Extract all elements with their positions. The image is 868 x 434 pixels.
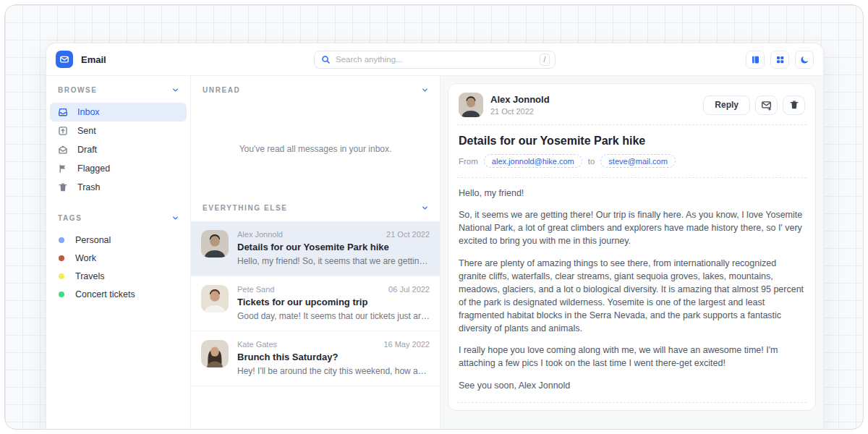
browse-label: BROWSE xyxy=(58,86,98,94)
detail-actions: Reply xyxy=(703,95,805,115)
email-preview: Hello, my friend! So, it seems that we a… xyxy=(237,256,430,266)
email-detail-panel: Alex Jonnold 21 Oct 2022 Reply xyxy=(441,76,823,429)
apps-grid-button[interactable] xyxy=(770,51,789,69)
folder-nav: Inbox Sent Draft xyxy=(46,103,190,197)
email-list-item[interactable]: Kate Gates 16 May 2022 Brunch this Satur… xyxy=(191,331,440,386)
unread-empty-message: You've read all messages in your inbox. xyxy=(191,94,440,204)
body-paragraph: So, it seems we are getting there! Our t… xyxy=(459,208,805,247)
sidebar-item-inbox[interactable]: Inbox xyxy=(50,103,187,122)
tag-label: Personal xyxy=(75,235,111,245)
tag-color-dot xyxy=(59,255,64,261)
apps-grid-icon xyxy=(775,55,785,64)
chevron-down-icon xyxy=(171,86,179,94)
avatar xyxy=(459,93,483,117)
email-app-window: Email Search anything... / xyxy=(46,43,824,429)
detail-header: Alex Jonnold 21 Oct 2022 Reply xyxy=(457,91,807,124)
tag-item-work[interactable]: Work xyxy=(50,249,187,267)
tag-color-dot xyxy=(59,273,64,279)
trash-icon xyxy=(58,182,68,192)
tag-label: Work xyxy=(75,253,96,263)
dark-mode-moon-icon xyxy=(800,55,809,64)
unread-section-header[interactable]: UNREAD xyxy=(191,86,440,94)
tags-label: TAGS xyxy=(58,214,82,222)
tag-item-travels[interactable]: Travels xyxy=(50,267,187,285)
sidebar-item-label: Inbox xyxy=(77,107,100,117)
app-logo xyxy=(56,51,73,68)
tag-item-concert-tickets[interactable]: Concert tickets xyxy=(50,285,187,303)
tags-section-header[interactable]: TAGS xyxy=(46,214,190,222)
flag-icon xyxy=(58,163,68,174)
email-preview: Hey! I'll be around the city this weeken… xyxy=(237,366,430,376)
everything-else-section-header[interactable]: EVERYTHING ELSE xyxy=(191,204,440,212)
tag-label: Travels xyxy=(75,271,105,281)
tag-item-personal[interactable]: Personal xyxy=(50,231,187,249)
chevron-down-icon xyxy=(421,86,429,94)
divider xyxy=(457,124,807,125)
to-email-pill[interactable]: steve@mail.com xyxy=(600,154,675,168)
divider xyxy=(457,402,807,403)
email-list-item[interactable]: Pete Sand 06 Jul 2022 Tickets for our up… xyxy=(191,276,440,331)
body-paragraph: I really hope you love coming along with… xyxy=(459,344,805,370)
tag-color-dot xyxy=(59,292,64,297)
detail-subject: Details for our Yosemite Park hike xyxy=(459,135,805,148)
detail-sender-name: Alex Jonnold xyxy=(490,94,550,105)
sidebar-item-sent[interactable]: Sent xyxy=(50,122,187,140)
detail-date: 21 Oct 2022 xyxy=(490,107,550,116)
search-icon xyxy=(321,55,331,64)
sidebar: BROWSE Inbox xyxy=(46,76,191,429)
email-sender: Kate Gates xyxy=(237,340,277,349)
search-input[interactable]: Search anything... / xyxy=(314,51,556,69)
browse-section-header[interactable]: BROWSE xyxy=(46,86,190,94)
email-sender: Alex Jonnold xyxy=(237,230,283,239)
unread-label: UNREAD xyxy=(203,86,240,94)
email-subject: Tickets for our upcoming trip xyxy=(237,297,430,307)
envelope-icon xyxy=(59,54,69,64)
email-preview: Good day, mate! It seems that our ticket… xyxy=(237,311,430,321)
search-shortcut-key: / xyxy=(540,54,550,66)
email-date: 06 Jul 2022 xyxy=(388,285,430,294)
avatar xyxy=(201,340,229,367)
body-paragraph: Hello, my friend! xyxy=(459,187,805,200)
reading-list-icon xyxy=(751,55,760,64)
sidebar-item-flagged[interactable]: Flagged xyxy=(50,159,187,178)
email-sender: Pete Sand xyxy=(237,285,274,294)
app-title: Email xyxy=(81,54,106,65)
page-background: Email Search anything... / xyxy=(4,4,864,430)
chevron-down-icon xyxy=(171,214,179,222)
dark-mode-toggle[interactable] xyxy=(795,51,814,69)
email-summary: Alex Jonnold 21 Oct 2022 Details for our… xyxy=(237,230,430,266)
forward-mail-button[interactable] xyxy=(755,95,778,115)
sidebar-item-draft[interactable]: Draft xyxy=(50,140,187,159)
sent-icon xyxy=(58,126,68,136)
draft-icon xyxy=(58,145,68,155)
reply-button[interactable]: Reply xyxy=(703,95,750,115)
delete-email-button[interactable] xyxy=(783,95,805,115)
email-summary: Kate Gates 16 May 2022 Brunch this Satur… xyxy=(237,340,430,376)
avatar xyxy=(201,230,229,258)
divider xyxy=(457,177,807,178)
avatar xyxy=(201,285,229,312)
tag-color-dot xyxy=(59,237,64,243)
top-bar: Email Search anything... / xyxy=(46,43,823,76)
delete-trash-icon xyxy=(789,100,799,110)
body-paragraph: There are plenty of amazing things to se… xyxy=(459,257,805,336)
email-date: 21 Oct 2022 xyxy=(386,230,430,239)
sidebar-item-label: Draft xyxy=(77,145,97,155)
to-label: to xyxy=(588,157,595,166)
email-date: 16 May 2022 xyxy=(383,340,430,349)
body-paragraph: See you soon, Alex Jonnold xyxy=(459,379,805,392)
reading-list-button[interactable] xyxy=(746,51,765,69)
email-subject: Brunch this Saturday? xyxy=(237,352,430,362)
everything-else-label: EVERYTHING ELSE xyxy=(203,204,288,212)
screen: Email Search anything... / xyxy=(0,0,868,434)
topbar-actions xyxy=(746,51,814,69)
sidebar-item-label: Flagged xyxy=(77,163,110,174)
from-to-line: From alex.jonnold@hike.com to steve@mail… xyxy=(459,154,805,168)
email-list-item[interactable]: Alex Jonnold 21 Oct 2022 Details for our… xyxy=(191,221,440,276)
email-body: Hello, my friend! So, it seems we are ge… xyxy=(459,187,805,393)
sidebar-item-trash[interactable]: Trash xyxy=(50,178,187,197)
tags-section: TAGS Personal Wo xyxy=(46,214,190,303)
inbox-icon xyxy=(58,107,68,117)
from-email-pill[interactable]: alex.jonnold@hike.com xyxy=(484,154,582,168)
email-detail-card: Alex Jonnold 21 Oct 2022 Reply xyxy=(448,83,816,411)
